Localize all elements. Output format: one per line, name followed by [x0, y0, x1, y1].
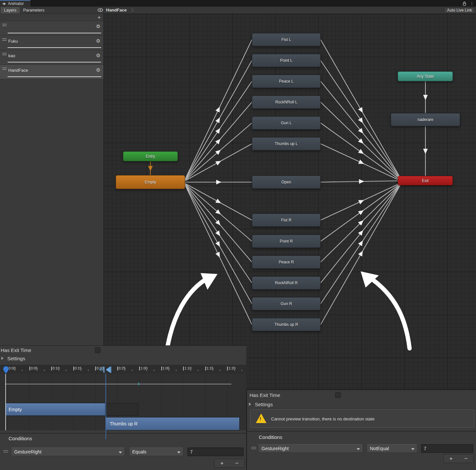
ruler-tick [183, 367, 184, 371]
transition-region-block[interactable] [105, 403, 138, 416]
tab-layers[interactable]: Layers [1, 7, 20, 14]
transition-edge[interactable] [321, 182, 402, 325]
transition-edge[interactable] [185, 180, 252, 184]
state-node-point-l[interactable]: Point L [252, 54, 321, 67]
transition-timeline[interactable]: Empty Thumbs up R [0, 374, 246, 430]
transition-edge[interactable] [185, 185, 252, 325]
state-node-naderare[interactable]: naderare [391, 113, 460, 126]
ruler-tick [227, 367, 228, 371]
state-node-fist-r[interactable]: Fist R [252, 214, 321, 227]
gear-icon[interactable]: ⚙ [96, 53, 100, 59]
drag-handle-icon[interactable] [2, 53, 7, 56]
timeline-ruler[interactable]: 0:000:050:100:150:200:251:001:051:101:15… [0, 365, 246, 374]
condition-parameter-dropdown[interactable]: GestureRight [258, 444, 363, 453]
state-node-any-state[interactable]: Any State [398, 71, 453, 81]
state-node-thumbs-up-l[interactable]: Thumbs up L [252, 137, 321, 150]
transition-edge[interactable] [185, 81, 252, 180]
state-node-peace-r[interactable]: Peace R [252, 255, 321, 269]
state-node-peace-l[interactable]: Peace L [252, 75, 321, 88]
state-node-gun-r[interactable]: Gun R [252, 297, 321, 310]
state-node-point-r[interactable]: Point R [252, 235, 321, 248]
condition-operator-dropdown[interactable]: NotEqual [367, 444, 417, 453]
remove-condition-button[interactable]: − [229, 459, 244, 467]
drag-handle-icon[interactable] [2, 67, 7, 71]
has-exit-time-checkbox[interactable] [95, 347, 100, 353]
settings-foldout-icon[interactable] [249, 403, 251, 406]
condition-value-field[interactable]: 7 [187, 448, 244, 456]
transition-edge[interactable] [321, 102, 402, 181]
condition-drag-handle[interactable] [251, 447, 256, 450]
layer-row-fuku[interactable]: Fuku⚙ [0, 36, 103, 50]
animator-window-tab[interactable]: Animator [0, 0, 30, 7]
transition-edge[interactable] [185, 184, 252, 262]
state-node-open[interactable]: Open [252, 176, 321, 189]
settings-label[interactable]: Settings [7, 356, 25, 361]
breadcrumb[interactable]: HandFace [106, 8, 127, 13]
transition-edge[interactable] [321, 40, 402, 181]
settings-label[interactable]: Settings [255, 402, 273, 407]
layer-weight-bar[interactable] [8, 76, 101, 77]
gear-icon[interactable]: ⚙ [96, 67, 100, 73]
transition-time-markers[interactable] [99, 366, 112, 373]
has-exit-time-checkbox[interactable] [335, 392, 341, 398]
state-node-rocknroll-l[interactable]: RockNRoll L [252, 96, 321, 109]
layer-weight-bar[interactable] [8, 47, 101, 48]
state-node-fist-l[interactable]: Fist L [252, 33, 321, 46]
transition-edge[interactable] [321, 182, 402, 220]
condition-operator-dropdown[interactable]: Equals [129, 448, 183, 456]
drag-handle-icon[interactable] [2, 38, 7, 42]
kebab-menu-icon[interactable]: ⋮ [470, 1, 474, 6]
eye-icon[interactable] [98, 8, 103, 12]
transition-edge[interactable] [423, 126, 428, 176]
transition-arrowhead [216, 106, 222, 112]
state-node-empty[interactable]: Empty [116, 175, 185, 189]
auto-live-link-button[interactable]: Auto Live Link [444, 7, 475, 13]
transition-arrowhead [215, 230, 222, 237]
transition-edge[interactable] [321, 182, 402, 262]
transition-edge[interactable] [423, 81, 428, 113]
drag-handle-icon[interactable] [2, 24, 7, 27]
add-layer-button[interactable]: + [98, 14, 101, 21]
gear-icon[interactable]: ⚙ [96, 38, 100, 44]
transition-edge[interactable] [185, 40, 252, 179]
transition-edge[interactable] [185, 183, 252, 220]
settings-foldout-icon[interactable] [1, 357, 4, 360]
transition-edge[interactable] [185, 102, 252, 180]
state-node-gun-l[interactable]: Gun L [252, 116, 321, 130]
layer-weight-bar[interactable] [8, 62, 101, 62]
ruler-minor-tick [213, 370, 213, 371]
transition-edge[interactable] [321, 81, 402, 181]
timeline-bar-destination[interactable]: Thumbs up R [105, 417, 240, 430]
add-condition-button[interactable]: + [215, 459, 229, 467]
ruler-tick [205, 367, 206, 371]
transition-edge[interactable] [185, 184, 252, 283]
condition-value-field[interactable]: 7 [421, 444, 473, 453]
condition-drag-handle[interactable] [3, 450, 8, 453]
remove-condition-button[interactable]: − [458, 454, 473, 463]
lock-icon[interactable] [462, 1, 466, 6]
gear-icon[interactable]: ⚙ [96, 23, 100, 29]
state-node-exit[interactable]: Exit [398, 176, 453, 185]
toolbar-divider [103, 7, 104, 14]
animator-toolbar: Layers Parameters HandFace Auto Live Lin… [0, 7, 476, 14]
layer-row-kao[interactable]: kao⚙ [0, 50, 103, 65]
condition-parameter-dropdown[interactable]: GestureRight [11, 448, 125, 456]
transition-arrowhead [358, 107, 365, 114]
state-node-thumbs-up-r[interactable]: Thumbs up R [252, 318, 321, 331]
transition-inspector-left: Has Exit Time Settings 0:000:050:100:150… [0, 345, 246, 470]
add-condition-button[interactable]: + [444, 454, 458, 463]
state-node-rocknroll-r[interactable]: RockNRoll R [252, 276, 321, 290]
transition-edge[interactable] [148, 161, 153, 175]
conditions-title: Conditions [9, 436, 32, 441]
tab-parameters[interactable]: Parameters [20, 7, 48, 14]
state-node-entry[interactable]: Entry [123, 151, 178, 161]
window-tab-title: Animator [8, 1, 24, 6]
transition-edge[interactable] [321, 179, 402, 184]
layer-row-layer[interactable]: ⚙ [0, 21, 103, 36]
layer-name: kao [8, 53, 15, 58]
state-machine-graph[interactable]: Fist LPoint LPeace LRockNRoll LGun LThum… [103, 14, 476, 389]
playhead-pin[interactable] [2, 366, 10, 374]
layer-weight-bar[interactable] [8, 33, 101, 33]
timeline-bar-source[interactable]: Empty [5, 403, 105, 416]
layer-row-handface[interactable]: HandFace⚙ [0, 65, 103, 79]
